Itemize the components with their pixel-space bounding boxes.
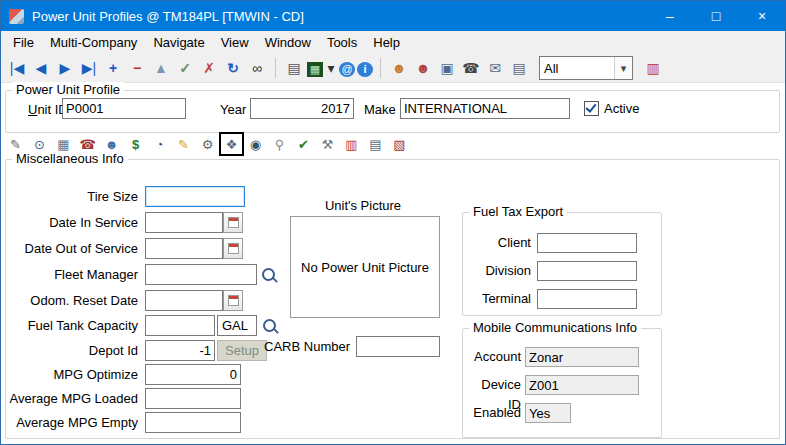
make-input[interactable] xyxy=(400,98,570,119)
fuel-unit-field[interactable]: GAL xyxy=(217,315,257,336)
calendar-icon xyxy=(228,295,239,306)
save-icon[interactable]: ✓ xyxy=(174,57,196,79)
enabled-field[interactable] xyxy=(525,403,571,423)
title-bar: Power Unit Profiles @ TM184PL [TMWIN - C… xyxy=(1,1,785,31)
computer-icon[interactable]: ▣ xyxy=(436,57,458,79)
nav-last-icon[interactable]: ▶| xyxy=(78,57,100,79)
clock-icon[interactable]: ◔ xyxy=(149,134,170,154)
unit-id-input[interactable] xyxy=(62,98,186,119)
terminal-input[interactable] xyxy=(537,289,637,309)
display-dropdown-icon[interactable]: ▾ xyxy=(325,57,337,79)
terminal-label: Terminal xyxy=(463,289,531,309)
enabled-label: Enabled xyxy=(465,403,521,423)
maximize-button[interactable]: □ xyxy=(693,1,739,31)
close-button[interactable]: × xyxy=(739,1,785,31)
average-mpg-empty-label: Average MPG Empty xyxy=(6,412,138,433)
menu-navigate[interactable]: Navigate xyxy=(145,32,212,53)
tire-size-label: Tire Size xyxy=(6,186,138,207)
key-icon[interactable]: ⚲ xyxy=(269,134,290,154)
window-controls: – □ × xyxy=(647,1,785,31)
fuel-unit-lookup-button[interactable] xyxy=(259,315,279,336)
entity-icon-group: ☻☻▣☎✉▤ xyxy=(387,57,531,79)
account-label: Account xyxy=(465,347,521,367)
misc-info-icon[interactable]: ❖ xyxy=(221,134,242,154)
mail-icon[interactable]: ✉ xyxy=(484,57,506,79)
division-input[interactable] xyxy=(537,261,637,281)
average-mpg-loaded-input[interactable] xyxy=(145,388,241,409)
fleet-manager-lookup-button[interactable] xyxy=(258,264,278,285)
date-out-of-service-input[interactable] xyxy=(145,238,223,259)
nav-first-icon[interactable]: |◀ xyxy=(6,57,28,79)
fuel-tank-capacity-input[interactable] xyxy=(145,315,215,336)
fleet-manager-input[interactable] xyxy=(145,264,257,285)
mobile-communications-group: Mobile Communications Info Account Devic… xyxy=(462,328,662,438)
odom-reset-date-input[interactable] xyxy=(145,290,223,311)
document-icon[interactable]: ▤ xyxy=(508,57,530,79)
cancel-icon[interactable]: ✗ xyxy=(198,57,220,79)
driver-icon[interactable]: ☻ xyxy=(412,57,434,79)
no-picture-text: No Power Unit Picture xyxy=(301,260,429,275)
date-out-of-service-calendar-button[interactable] xyxy=(223,238,243,259)
active-label: Active xyxy=(604,101,639,116)
phone-icon[interactable]: ☎ xyxy=(460,57,482,79)
menu-help[interactable]: Help xyxy=(365,32,408,53)
fuel-tank-capacity-label: Fuel Tank Capacity xyxy=(6,315,138,336)
active-checkbox[interactable]: Active xyxy=(584,101,639,116)
depot-id-input[interactable] xyxy=(145,340,215,361)
find-icon[interactable]: ∞ xyxy=(246,57,268,79)
date-in-service-input[interactable] xyxy=(145,212,223,233)
device-id-field[interactable] xyxy=(525,375,639,395)
sort-icon[interactable]: ▲ xyxy=(150,57,172,79)
add-record-icon[interactable]: + xyxy=(102,57,124,79)
average-mpg-loaded-label: Average MPG Loaded xyxy=(6,388,138,409)
view-icon[interactable]: ◉ xyxy=(245,134,266,154)
carb-number-label: CARB Number xyxy=(246,336,350,357)
average-mpg-empty-input[interactable] xyxy=(145,412,241,433)
menu-file[interactable]: File xyxy=(5,32,42,53)
refresh-icon[interactable]: ↻ xyxy=(222,57,244,79)
pencil-icon[interactable]: ✎ xyxy=(173,134,194,154)
date-in-service-calendar-button[interactable] xyxy=(223,212,243,233)
display-icon[interactable]: ▦ xyxy=(307,62,323,77)
client-input[interactable] xyxy=(537,233,637,253)
mpg-optimize-input[interactable] xyxy=(145,364,241,385)
tools-icon[interactable]: ⚒ xyxy=(317,134,338,154)
list-icon[interactable]: ▤ xyxy=(365,134,386,154)
filter-combobox[interactable]: All ▾ xyxy=(539,56,633,80)
report-icon[interactable]: ▧ xyxy=(389,134,410,154)
nav-next-icon[interactable]: ▶ xyxy=(54,57,76,79)
billing-icon[interactable]: $ xyxy=(125,134,146,154)
year-input[interactable] xyxy=(250,98,354,119)
miscellaneous-info-group-title: Miscellaneous Info xyxy=(12,151,128,166)
window-title: Power Unit Profiles @ TM184PL [TMWIN - C… xyxy=(32,9,304,24)
unit-picture-box: No Power Unit Picture xyxy=(290,216,440,318)
info-icon[interactable]: i xyxy=(357,62,373,77)
output-icon-group: ▤▦▾@i xyxy=(282,57,374,79)
user-icon[interactable]: ☻ xyxy=(388,57,410,79)
truck-icon[interactable]: ▥ xyxy=(341,134,362,154)
power-unit-profile-group: Power Unit Profile Unit ID Year Make Act… xyxy=(5,90,780,133)
odom-reset-date-calendar-button[interactable] xyxy=(223,290,243,311)
menu-multi-company[interactable]: Multi-Company xyxy=(42,32,145,53)
carb-number-input[interactable] xyxy=(356,336,440,357)
license-icon[interactable]: ✔ xyxy=(293,134,314,154)
nav-previous-icon[interactable]: ◀ xyxy=(30,57,52,79)
year-label: Year xyxy=(220,102,246,117)
print-icon[interactable]: ▤ xyxy=(283,57,305,79)
delete-record-icon[interactable]: − xyxy=(126,57,148,79)
web-icon[interactable]: @ xyxy=(339,62,355,77)
active-checkbox-box[interactable] xyxy=(584,101,599,116)
settings-icon[interactable]: ⚙ xyxy=(197,134,218,154)
magnifier-icon xyxy=(262,268,275,281)
menu-tools[interactable]: Tools xyxy=(319,32,365,53)
minimize-button[interactable]: – xyxy=(647,1,693,31)
magnifier-icon xyxy=(263,319,276,332)
menu-window[interactable]: Window xyxy=(257,32,319,53)
truck-icon[interactable]: ▥ xyxy=(642,57,664,79)
tire-size-input[interactable] xyxy=(145,186,245,207)
fuel-tax-export-group-title: Fuel Tax Export xyxy=(469,204,567,219)
menu-view[interactable]: View xyxy=(213,32,257,53)
combobox-dropdown-icon[interactable]: ▾ xyxy=(614,57,632,79)
app-icon xyxy=(9,9,24,24)
account-field[interactable] xyxy=(525,347,639,367)
